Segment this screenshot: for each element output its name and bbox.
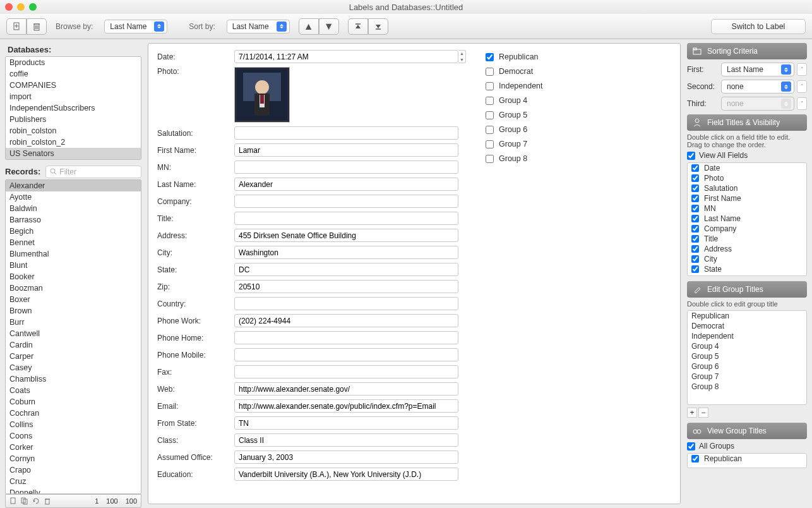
group-title-item[interactable]: Group 4 [688, 341, 806, 351]
records-filter-input[interactable]: Filter [45, 166, 141, 178]
database-item[interactable]: COMPANIES [6, 80, 141, 91]
field-visibility-checkbox[interactable] [691, 205, 699, 212]
record-item[interactable]: Alexander [6, 180, 141, 191]
record-item[interactable]: Casey [6, 362, 141, 373]
group-title-item[interactable]: Group 6 [688, 361, 806, 372]
mn-field[interactable] [234, 160, 458, 174]
zip-field[interactable] [234, 280, 458, 293]
group-checkbox[interactable] [486, 155, 494, 163]
record-item[interactable]: Donnelly [6, 487, 141, 494]
group-title-item[interactable]: Independent [688, 331, 806, 341]
databases-list[interactable]: BproductscoffieCOMPANIESimportIndependen… [5, 56, 141, 160]
remove-group-button[interactable]: − [698, 408, 708, 418]
country-field[interactable] [234, 297, 458, 310]
group-title-item[interactable]: Group 7 [688, 372, 806, 382]
sort-second-dir[interactable]: ˄ [797, 80, 807, 93]
sort-asc-button[interactable]: ▲ [299, 18, 319, 35]
group-title-item[interactable]: Democrat [688, 321, 806, 331]
record-item[interactable]: Coburn [6, 396, 141, 408]
title-field[interactable] [234, 212, 458, 225]
record-item[interactable]: Booker [6, 271, 141, 282]
group-title-item[interactable]: Group 8 [688, 382, 806, 392]
record-item[interactable]: Coats [6, 385, 141, 396]
record-item[interactable]: Boxer [6, 294, 141, 305]
record-item[interactable]: Brown [6, 305, 141, 317]
group-titles-list[interactable]: RepublicanDemocratIndependentGroup 4Grou… [687, 310, 807, 405]
field-title-item[interactable]: Address [704, 245, 732, 253]
group-checkbox[interactable] [486, 97, 494, 105]
record-item[interactable]: Baldwin [6, 203, 141, 214]
ph-field[interactable] [234, 331, 458, 344]
salutation-field[interactable] [234, 126, 458, 140]
database-item[interactable]: import [6, 91, 141, 102]
move-bottom-button[interactable] [368, 18, 388, 35]
field-visibility-checkbox[interactable] [691, 184, 699, 192]
delete-record-button[interactable] [27, 18, 47, 35]
record-item[interactable]: Blunt [6, 260, 141, 271]
view-all-fields-checkbox[interactable] [687, 152, 695, 160]
group-checkbox[interactable] [486, 68, 494, 76]
address-field[interactable] [234, 229, 458, 242]
field-title-item[interactable]: State [704, 265, 722, 274]
record-item[interactable]: Boozman [6, 282, 141, 294]
add-group-button[interactable]: + [687, 408, 697, 418]
fstate-field[interactable] [234, 416, 458, 430]
field-visibility-checkbox[interactable] [691, 164, 699, 172]
record-item[interactable]: Cornyn [6, 453, 141, 464]
record-item[interactable]: Collins [6, 419, 141, 430]
database-item[interactable]: coffie [6, 68, 141, 80]
field-title-item[interactable]: MN [704, 204, 716, 213]
record-item[interactable]: Ayotte [6, 191, 141, 203]
aoffice-field[interactable] [234, 451, 458, 464]
field-visibility-checkbox[interactable] [691, 265, 699, 273]
web-field[interactable] [234, 382, 458, 396]
field-title-item[interactable]: Date [704, 164, 720, 172]
field-title-item[interactable]: Company [704, 224, 736, 233]
view-group-checkbox[interactable] [691, 455, 699, 463]
record-item[interactable]: Coons [6, 430, 141, 442]
group-checkbox[interactable] [486, 53, 494, 61]
field-visibility-checkbox[interactable] [691, 235, 699, 243]
records-list[interactable]: AlexanderAyotteBaldwinBarrassoBegichBenn… [5, 179, 141, 494]
view-groups-list[interactable]: Republican [687, 453, 807, 468]
field-title-item[interactable]: Salutation [704, 184, 737, 193]
sort-first-dir[interactable]: ˄ [797, 63, 807, 76]
record-item[interactable]: Cochran [6, 408, 141, 419]
duplicate-icon[interactable] [21, 497, 28, 505]
group-checkbox[interactable] [486, 140, 494, 148]
record-item[interactable]: Blumenthal [6, 248, 141, 260]
add-icon[interactable] [9, 497, 17, 505]
class-field[interactable] [234, 433, 458, 447]
fields-list[interactable]: DatePhotoSalutationFirst NameMNLast Name… [687, 162, 807, 276]
sort-first-select[interactable]: Last Name [721, 63, 794, 76]
field-title-item[interactable]: Last Name [704, 214, 741, 223]
database-item[interactable]: robin_colston [6, 125, 141, 136]
field-visibility-checkbox[interactable] [691, 255, 699, 263]
field-visibility-checkbox[interactable] [691, 174, 699, 182]
record-item[interactable]: Cruz [6, 476, 141, 487]
record-item[interactable]: Chambliss [6, 373, 141, 385]
group-checkbox[interactable] [486, 82, 494, 90]
record-item[interactable]: Begich [6, 226, 141, 237]
database-item[interactable]: Publishers [6, 114, 141, 125]
field-title-item[interactable]: City [704, 255, 717, 263]
field-title-item[interactable]: Title [704, 234, 718, 243]
move-top-button[interactable] [348, 18, 368, 35]
field-visibility-checkbox[interactable] [691, 215, 699, 222]
state-field[interactable] [234, 263, 458, 276]
record-item[interactable]: Crapo [6, 464, 141, 476]
database-item[interactable]: US Senators [6, 148, 141, 159]
record-item[interactable]: Corker [6, 442, 141, 453]
edu-field[interactable] [234, 468, 458, 481]
record-item[interactable]: Cardin [6, 339, 141, 351]
record-item[interactable]: Cantwell [6, 328, 141, 339]
field-visibility-checkbox[interactable] [691, 195, 699, 202]
record-item[interactable]: Barrasso [6, 214, 141, 226]
city-field[interactable] [234, 246, 458, 259]
photo-well[interactable] [234, 67, 290, 123]
field-visibility-checkbox[interactable] [691, 225, 699, 233]
trash-icon[interactable] [44, 497, 51, 505]
refresh-icon[interactable] [32, 497, 40, 505]
group-checkbox[interactable] [486, 126, 494, 134]
pw-field[interactable] [234, 314, 458, 327]
